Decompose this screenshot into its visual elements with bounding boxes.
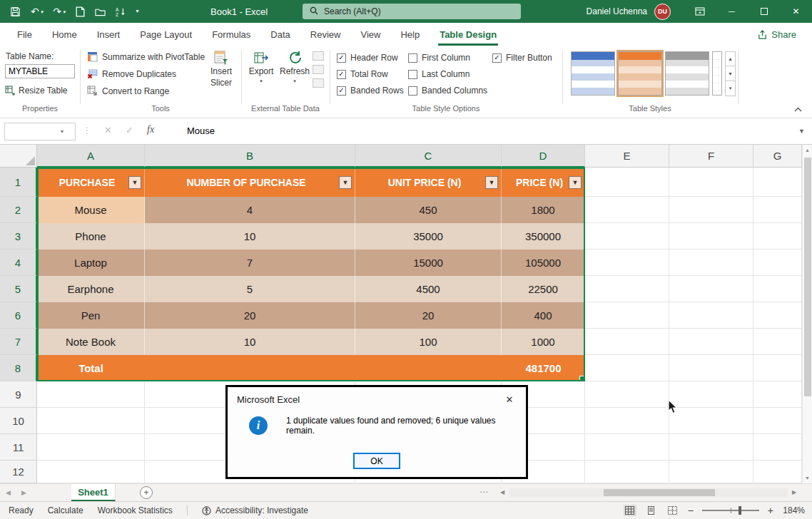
- row-header-10[interactable]: 10: [0, 408, 37, 434]
- zoom-slider[interactable]: [702, 510, 759, 511]
- redo-button[interactable]: ↷▾: [53, 6, 65, 16]
- previous-sheet-icon[interactable]: ◀: [6, 484, 11, 501]
- table-header-price-n-[interactable]: PRICE (N)▼: [502, 168, 585, 197]
- cell-G3[interactable]: [753, 223, 802, 250]
- insert-slicer-button[interactable]: Insert Slicer: [205, 50, 237, 88]
- cell-A4[interactable]: Laptop: [37, 250, 145, 276]
- tab-table-design[interactable]: Table Design: [430, 23, 507, 46]
- column-header-B[interactable]: B: [145, 145, 355, 168]
- export-button[interactable]: Export ▾: [245, 50, 277, 84]
- collapse-ribbon-button[interactable]: [791, 104, 805, 114]
- cell-B8[interactable]: [145, 355, 355, 381]
- zoom-in-button[interactable]: +: [768, 505, 773, 516]
- scroll-up-icon[interactable]: ▲: [803, 145, 812, 155]
- cell-E12[interactable]: [585, 461, 669, 483]
- cell-F7[interactable]: [669, 329, 753, 355]
- filter-button-icon[interactable]: ▼: [485, 176, 498, 189]
- tab-view[interactable]: View: [350, 23, 390, 46]
- checkbox-banded-columns[interactable]: Banded Columns: [408, 86, 487, 96]
- scroll-down-icon[interactable]: ▼: [803, 473, 812, 483]
- cell-D4[interactable]: 105000: [502, 250, 585, 276]
- row-header-11[interactable]: 11: [0, 434, 37, 461]
- column-header-D[interactable]: D: [502, 145, 585, 168]
- column-header-C[interactable]: C: [355, 145, 502, 168]
- checkbox-banded-rows[interactable]: ✓Banded Rows: [337, 86, 404, 96]
- checkbox-box[interactable]: [408, 70, 417, 79]
- customize-toolbar-icon[interactable]: ▾: [136, 9, 139, 14]
- tab-help[interactable]: Help: [390, 23, 430, 46]
- table-style-orange[interactable]: [618, 51, 662, 96]
- cell-A10[interactable]: [37, 408, 145, 434]
- scroll-right-icon[interactable]: ▶: [792, 489, 796, 495]
- checkbox-total-row[interactable]: ✓Total Row: [337, 69, 388, 79]
- formula-bar-grip[interactable]: ⋮: [83, 125, 92, 135]
- row-header-2[interactable]: 2: [0, 197, 37, 223]
- avatar[interactable]: DU: [654, 4, 671, 20]
- unlink-icon[interactable]: [313, 78, 324, 88]
- cell-F12[interactable]: [669, 461, 753, 483]
- checkbox-box[interactable]: ✓: [492, 53, 502, 63]
- checkbox-last-column[interactable]: Last Column: [408, 69, 470, 79]
- cell-E3[interactable]: [585, 223, 669, 250]
- zoom-out-button[interactable]: −: [688, 505, 694, 516]
- table-style-blue[interactable]: [571, 51, 615, 96]
- row-header-7[interactable]: 7: [0, 329, 37, 355]
- undo-button[interactable]: ↶▾: [31, 6, 43, 16]
- save-icon[interactable]: [10, 6, 21, 17]
- checkbox-box[interactable]: [408, 53, 417, 63]
- cell-C4[interactable]: 15000: [355, 250, 502, 276]
- horizontal-scrollbar-thumb[interactable]: [604, 489, 715, 496]
- cell-G6[interactable]: [753, 302, 802, 329]
- table-style-gray[interactable]: [665, 51, 709, 96]
- table-header-purchase[interactable]: PURCHASE▼: [37, 168, 145, 197]
- close-button[interactable]: ✕: [780, 0, 812, 23]
- cell-D3[interactable]: 350000: [502, 223, 585, 250]
- row-header-1[interactable]: 1: [0, 168, 37, 197]
- row-header-4[interactable]: 4: [0, 250, 37, 276]
- tab-data[interactable]: Data: [260, 23, 300, 46]
- insert-function-icon[interactable]: fx: [147, 124, 154, 135]
- cell-B4[interactable]: 7: [145, 250, 355, 276]
- remove-duplicates-button[interactable]: Remove Duplicates: [87, 68, 176, 79]
- scroll-left-icon[interactable]: ◀: [500, 489, 504, 495]
- table-style-plain[interactable]: [712, 51, 722, 96]
- expand-formula-bar-icon[interactable]: ▼: [798, 128, 805, 135]
- cell-D7[interactable]: 1000: [502, 329, 585, 355]
- gallery-down-button[interactable]: ▼: [725, 66, 736, 81]
- cell-B3[interactable]: 10: [145, 223, 355, 250]
- row-header-12[interactable]: 12: [0, 461, 37, 483]
- normal-view-button[interactable]: [624, 505, 636, 516]
- tab-formulas[interactable]: Formulas: [202, 23, 260, 46]
- name-box[interactable]: ▾: [4, 123, 76, 140]
- cell-F2[interactable]: [669, 197, 753, 223]
- column-header-A[interactable]: A: [37, 145, 145, 168]
- cell-D6[interactable]: 400: [502, 302, 585, 329]
- cell-E7[interactable]: [585, 329, 669, 355]
- ribbon-display-options-icon[interactable]: [684, 0, 716, 23]
- cancel-entry-icon[interactable]: ✕: [104, 125, 112, 135]
- row-header-3[interactable]: 3: [0, 223, 37, 250]
- cell-C3[interactable]: 35000: [355, 223, 502, 250]
- checkbox-box[interactable]: ✓: [337, 70, 346, 79]
- cell-E10[interactable]: [585, 408, 669, 434]
- filter-button-icon[interactable]: ▼: [128, 176, 141, 189]
- select-all-corner[interactable]: [0, 145, 37, 168]
- tab-page-layout[interactable]: Page Layout: [130, 23, 202, 46]
- page-break-view-button[interactable]: [666, 505, 679, 516]
- cell-F9[interactable]: [669, 381, 753, 408]
- cell-G2[interactable]: [753, 197, 802, 223]
- cell-F1[interactable]: [669, 168, 753, 197]
- cell-F6[interactable]: [669, 302, 753, 329]
- filter-button-icon[interactable]: ▼: [569, 176, 582, 189]
- convert-to-range-button[interactable]: Convert to Range: [87, 86, 169, 96]
- table-name-input[interactable]: [5, 64, 75, 78]
- row-header-5[interactable]: 5: [0, 276, 37, 302]
- cell-A6[interactable]: Pen: [37, 302, 145, 329]
- cell-G12[interactable]: [753, 461, 802, 483]
- cell-G4[interactable]: [753, 250, 802, 276]
- cell-G5[interactable]: [753, 276, 802, 302]
- cell-D5[interactable]: 22500: [502, 276, 585, 302]
- cell-C7[interactable]: 100: [355, 329, 502, 355]
- cell-D8[interactable]: 481700: [502, 355, 585, 381]
- vertical-scrollbar[interactable]: ▲ ▼: [802, 145, 812, 483]
